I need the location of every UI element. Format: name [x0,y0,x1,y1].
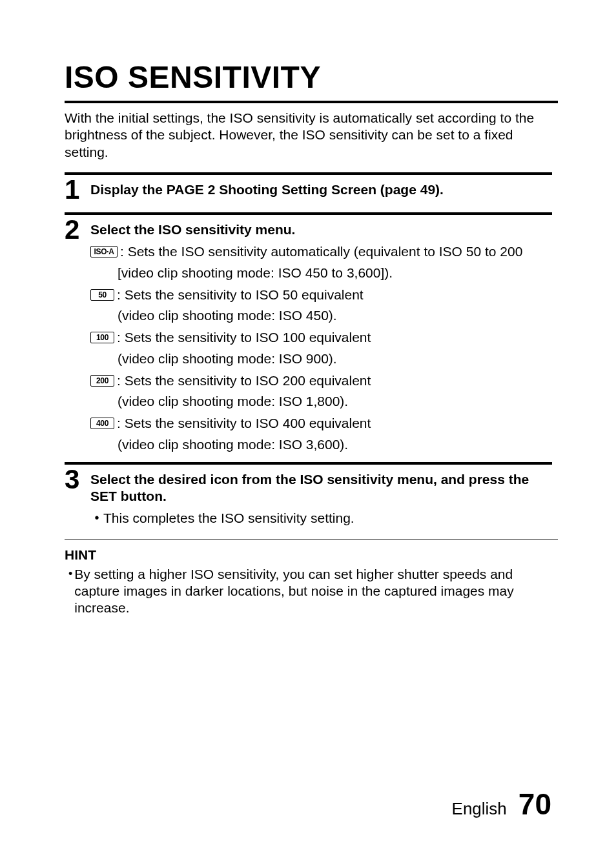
step-2: 2 Select the ISO sensitivity menu. ISO·A… [65,219,552,453]
iso-200-icon: 200 [90,375,114,387]
step3-rule [65,462,552,465]
step1-lead: Display the PAGE 2 Shooting Setting Scre… [90,181,552,198]
step-number: 2 [65,216,90,243]
hint-rule [65,539,558,540]
steps-list: 1 Display the PAGE 2 Shooting Setting Sc… [65,172,558,527]
option-text: : Sets the sensitivity to ISO 100 equiva… [117,329,371,346]
option-iso-50: 50 : Sets the sensitivity to ISO 50 equi… [90,287,552,303]
iso-auto-icon: ISO·A [90,246,118,257]
step2-lead: Select the ISO sensitivity menu. [90,221,552,238]
step-1: 1 Display the PAGE 2 Shooting Setting Sc… [65,179,552,203]
hint-text: By setting a higher ISO sensitivity, you… [74,566,558,617]
option-text: : Sets the ISO sensitivity automatically… [120,243,522,260]
option-text-cont: (video clip shooting mode: ISO 1,800). [118,393,552,410]
option-iso-auto: ISO·A : Sets the ISO sensitivity automat… [90,243,552,260]
hint-item: • By setting a higher ISO sensitivity, y… [68,566,558,617]
hint-list: • By setting a higher ISO sensitivity, y… [65,566,558,617]
intro-paragraph: With the initial settings, the ISO sensi… [65,110,558,161]
step3-bullet-text: This completes the ISO sensitivity setti… [103,510,354,527]
option-iso-100: 100 : Sets the sensitivity to ISO 100 eq… [90,329,552,346]
step-number: 3 [65,466,90,493]
option-text: : Sets the sensitivity to ISO 50 equival… [117,287,364,303]
page-footer: English 70 [452,786,551,823]
footer-language: English [452,798,507,820]
step1-rule [65,172,552,175]
page-title: ISO SENSITIVITY [65,58,558,97]
iso-options: ISO·A : Sets the ISO sensitivity automat… [90,243,552,453]
step3-lead: Select the desired icon from the ISO sen… [90,471,552,505]
option-text: : Sets the sensitivity to ISO 400 equiva… [117,415,371,432]
option-iso-400: 400 : Sets the sensitivity to ISO 400 eq… [90,415,552,432]
hint-title: HINT [65,547,558,563]
title-rule [65,101,558,103]
step3-subbullet: • This completes the ISO sensitivity set… [90,510,552,527]
iso-400-icon: 400 [90,418,114,429]
option-iso-200: 200 : Sets the sensitivity to ISO 200 eq… [90,372,552,389]
option-text-cont: (video clip shooting mode: ISO 3,600). [118,436,552,453]
iso-100-icon: 100 [90,332,114,343]
bullet-dot-icon: • [90,510,103,525]
step-number: 1 [65,176,90,203]
step2-rule [65,212,552,215]
page-root: ISO SENSITIVITY With the initial setting… [0,0,616,868]
option-text-cont: (video clip shooting mode: ISO 900). [118,350,552,367]
option-text-cont: [video clip shooting mode: ISO 450 to 3,… [118,265,552,281]
option-text: : Sets the sensitivity to ISO 200 equiva… [117,372,371,389]
bullet-dot-icon: • [68,566,74,581]
step-3: 3 Select the desired icon from the ISO s… [65,469,552,527]
iso-50-icon: 50 [90,289,114,301]
option-text-cont: (video clip shooting mode: ISO 450). [118,307,552,324]
footer-page-number: 70 [518,786,551,823]
